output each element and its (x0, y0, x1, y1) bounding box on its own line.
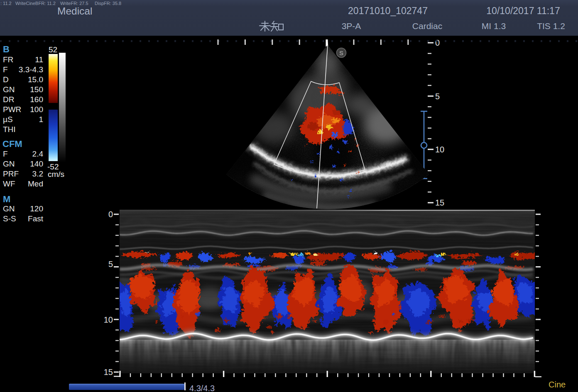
svg-text:S: S (339, 49, 343, 56)
